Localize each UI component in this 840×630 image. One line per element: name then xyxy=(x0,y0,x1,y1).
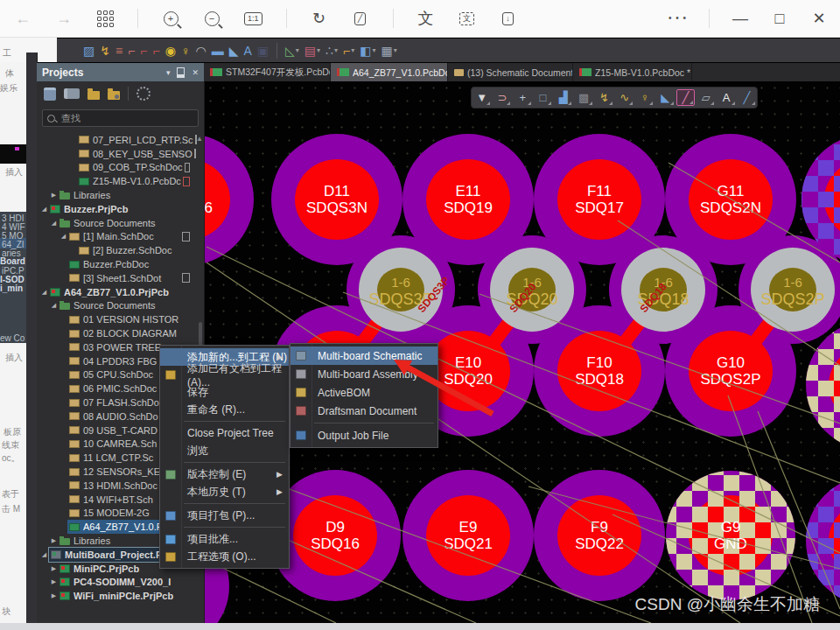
expand-icon[interactable]: ◢ xyxy=(50,220,58,227)
tree-item[interactable]: [3] Sheet1.SchDot xyxy=(37,271,197,285)
tree-item[interactable]: 01 VERSION HISTOR xyxy=(37,312,197,326)
tree-item-label-wrap[interactable]: 07 FLASH.SchDo xyxy=(67,396,161,410)
text-tool-icon[interactable]: A xyxy=(718,89,736,106)
menu-item[interactable]: 项目批准... xyxy=(160,530,289,548)
line-tool-icon[interactable]: ╱ xyxy=(676,89,695,106)
route-multi-icon[interactable]: ⌐ xyxy=(153,45,160,57)
document-tab[interactable]: A64_ZB77_V1.0.PcbDoc * xyxy=(331,63,448,81)
menu-item[interactable]: 添加已有文档到工程 (A)... xyxy=(160,366,289,383)
expand-icon[interactable]: ▶ xyxy=(50,565,58,572)
expand-icon[interactable]: ◢ xyxy=(60,233,67,240)
menu-item[interactable]: 保存 xyxy=(160,383,289,401)
tree-item-label-wrap[interactable]: 14 WIFI+BT.Sch xyxy=(67,493,155,507)
dimension-tool-icon[interactable]: ╱ xyxy=(738,89,756,106)
edit-icon[interactable]: ╱ xyxy=(352,9,369,28)
tree-item-label-wrap[interactable]: Buzzer.PcbDoc xyxy=(67,257,150,271)
document-tab[interactable]: STM32F407开发板.PcbDoc * xyxy=(204,63,331,81)
region-tool-icon[interactable]: ▱ xyxy=(696,89,715,106)
tree-item-label-wrap[interactable]: 03 POWER TREE xyxy=(67,340,163,354)
via-icon[interactable]: ♀ xyxy=(181,45,191,57)
via-tool-icon[interactable]: ♀ xyxy=(635,89,654,106)
move-icon[interactable]: + xyxy=(514,89,532,106)
panel-pin-icon[interactable] xyxy=(177,67,185,78)
menu-item[interactable]: 工程选项 (O)... xyxy=(160,548,289,565)
pad-icon[interactable]: ◉ xyxy=(165,45,176,57)
translate-icon[interactable]: 文 xyxy=(417,9,435,28)
tree-item-label-wrap[interactable]: Libraries xyxy=(58,188,112,202)
component-place-icon[interactable]: ▩ xyxy=(575,89,593,106)
tree-item-label-wrap[interactable]: Source Documents xyxy=(58,216,158,230)
tree-item-label-wrap[interactable]: Source Documents xyxy=(58,299,158,313)
expand-icon[interactable]: ◢ xyxy=(40,206,48,213)
wiring-icon[interactable]: ⌐▾ xyxy=(343,45,354,57)
tree-item-label-wrap[interactable]: [1] Main.SchDoc xyxy=(67,230,156,244)
tree-item[interactable]: ◢Source Documents xyxy=(37,299,197,313)
tree-item-label-wrap[interactable]: PC4-SODIMM_V200_I xyxy=(58,576,172,590)
open-folder-icon[interactable] xyxy=(88,91,100,100)
tree-item-label-wrap[interactable]: 01 VERSION HISTOR xyxy=(67,312,180,326)
document-tab[interactable]: Z15-MB-V1.0.PcbDoc * xyxy=(573,63,692,81)
tree-item-label-wrap[interactable]: [3] Sheet1.SchDot xyxy=(67,271,163,285)
polygon-icon[interactable]: ◣ xyxy=(229,45,239,57)
fill-icon[interactable]: ▬ xyxy=(212,45,224,57)
tree-item[interactable]: 02 BLOCK DIAGRAM xyxy=(37,326,197,340)
expand-icon[interactable]: ◢ xyxy=(50,302,58,309)
expand-icon[interactable]: ◢ xyxy=(40,551,48,558)
tree-item-label-wrap[interactable]: 09 USB_T-CARD xyxy=(67,424,159,438)
save-as-icon[interactable]: ↓ xyxy=(500,9,517,28)
polygon-tool-icon[interactable]: ◣ xyxy=(656,89,675,106)
select-area-icon[interactable]: □ xyxy=(534,89,552,106)
expand-icon[interactable]: ◢ xyxy=(40,289,48,296)
menu-item[interactable]: 版本控制 (E)▶ xyxy=(160,466,289,483)
tree-item-label-wrap[interactable]: MiniPC.PrjPcb xyxy=(58,562,141,576)
tree-item-label-wrap[interactable]: 13 HDMI.SchDoc xyxy=(67,479,159,493)
component-icon[interactable]: ▣ xyxy=(257,45,269,57)
tree-item-label-wrap[interactable]: WiFi_miniPCIe.PrjPcb xyxy=(58,589,175,603)
scroll-up-icon[interactable]: ▲ xyxy=(196,135,203,143)
tree-item-label-wrap[interactable]: 09_COB_TP.SchDoc xyxy=(77,161,185,175)
more-options-icon[interactable]: • • • xyxy=(668,9,687,28)
menu-item[interactable]: 重命名 (R)... xyxy=(160,401,289,418)
tree-item-label-wrap[interactable]: 05 CPU.SchDoc xyxy=(67,368,155,382)
document-tab[interactable]: (13) Schematic Document▼ xyxy=(448,63,573,81)
minimize-icon[interactable]: — xyxy=(732,9,749,28)
tree-item-label-wrap[interactable]: 12 SENSORs_KE xyxy=(67,465,162,479)
fanout-route-icon[interactable]: ⌐ xyxy=(128,45,135,57)
projects-panel-header[interactable]: Projects ▾ ✕ xyxy=(37,63,204,81)
tree-item[interactable]: ◢A64_ZB77_V1.0.PrjPcb xyxy=(37,285,197,299)
menu-item[interactable]: Multi-board Schematic xyxy=(290,346,438,365)
compile-icon[interactable] xyxy=(64,88,80,99)
tree-item-label-wrap[interactable]: 04 LPDDR3 FBG xyxy=(67,354,158,368)
tree-item[interactable]: Buzzer.PcbDoc xyxy=(37,257,197,271)
expand-icon[interactable]: ▶ xyxy=(50,578,58,585)
menu-item[interactable]: Draftsman Document xyxy=(290,402,438,420)
tree-item-label-wrap[interactable]: 06 PMIC.SchDoc xyxy=(67,382,158,396)
maximize-icon[interactable]: □ xyxy=(771,9,788,28)
tune-length-icon[interactable]: ∿ xyxy=(615,89,634,106)
tree-item[interactable]: ◢Source Documents xyxy=(37,216,197,230)
placement-icon[interactable]: ▟ xyxy=(554,89,572,106)
hatch-region-icon[interactable]: ▨ xyxy=(83,45,94,57)
panel-close-icon[interactable]: ✕ xyxy=(192,68,199,77)
tree-item[interactable]: ◢Buzzer.PrjPcb xyxy=(37,202,197,216)
interactive-route-icon[interactable]: ↯ xyxy=(100,45,110,57)
tree-item-label-wrap[interactable]: Buzzer.PrjPcb xyxy=(48,202,130,216)
tree-item[interactable]: ▶Libraries xyxy=(37,188,197,202)
arc-icon[interactable]: ◠ xyxy=(195,45,206,57)
measure-icon[interactable]: ◺▾ xyxy=(285,45,299,57)
zoom-out-icon[interactable]: − xyxy=(203,9,220,28)
search-input[interactable] xyxy=(60,112,186,124)
panel-dropdown-icon[interactable]: ▾ xyxy=(166,68,171,77)
align-icon[interactable]: ∴▾ xyxy=(326,45,338,57)
tree-item-label-wrap[interactable]: 15 MODEM-2G xyxy=(67,507,151,521)
tree-item[interactable]: [2] Buzzer.SchDoc xyxy=(37,243,197,257)
tree-item[interactable]: 08_KEY_USB_SENSO xyxy=(37,147,197,161)
menu-item[interactable]: 项目打包 (P)... xyxy=(160,507,289,524)
filter-icon[interactable]: ▼ xyxy=(472,89,491,106)
close-icon[interactable]: ✕ xyxy=(810,9,828,28)
tree-item-label-wrap[interactable]: 07_PERI_LCD_RTP.Sc xyxy=(77,133,195,147)
menu-item[interactable]: Multi-board Assembly xyxy=(290,365,438,383)
tree-item-label-wrap[interactable]: 02 BLOCK DIAGRAM xyxy=(67,326,178,340)
layer-stack-icon[interactable]: ▤▾ xyxy=(304,45,320,57)
tree-item-label-wrap[interactable]: Z15-MB-V1.0.PcbDc xyxy=(77,174,183,188)
